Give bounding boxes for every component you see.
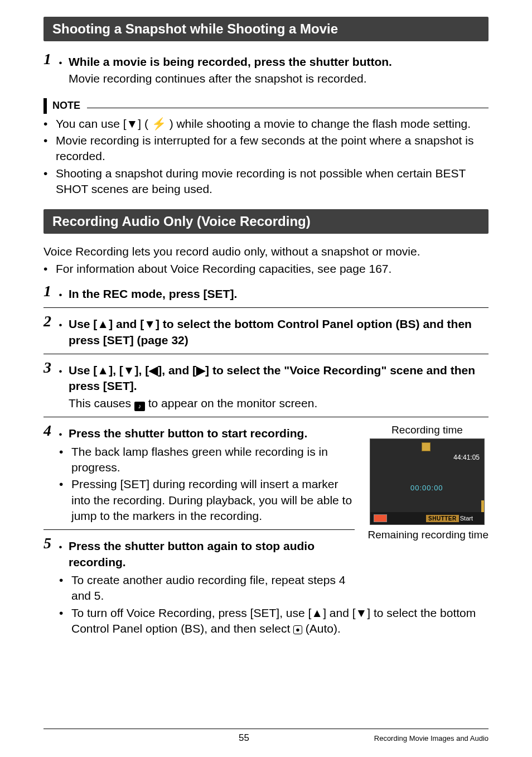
bullet-dot: •: [43, 261, 51, 277]
s3-sub-post: to appear on the monitor screen.: [145, 397, 317, 409]
s4-bullet-1: • The back lamp flashes green while reco…: [59, 444, 355, 476]
shutter-label: SHUTTER: [426, 515, 459, 522]
s3-m2: ], [: [135, 364, 149, 377]
s3-pre: Use [: [69, 364, 97, 377]
step-dot: .: [59, 360, 63, 375]
step-divider: [43, 529, 355, 530]
elapsed-time-value: 00:00:00: [410, 484, 443, 492]
step2-2: 2 . Use [▲] and [▼] to select the bottom…: [43, 314, 489, 348]
flash-icon: ⚡: [152, 117, 166, 130]
bullet-dot: •: [43, 116, 51, 132]
section-header-voice: Recording Audio Only (Voice Recording): [43, 209, 489, 234]
s5-bullet-2: • To turn off Voice Recording, press [SE…: [59, 605, 489, 637]
step-number: 3: [43, 360, 56, 375]
bullet-dot: •: [59, 444, 67, 476]
s5-text: Press the shutter button again to stop a…: [69, 536, 355, 570]
step2-5: 5 . Press the shutter button again to st…: [43, 536, 355, 570]
s4-b1-text: The back lamp flashes green while record…: [71, 444, 355, 476]
note-item-2: • Movie recording is interrupted for a f…: [43, 133, 489, 165]
step-dot: .: [59, 314, 63, 329]
start-label: Start: [460, 515, 473, 522]
remaining-time-value: 44:41:05: [453, 454, 480, 461]
step-dot: .: [59, 423, 63, 438]
step-number: 4: [43, 423, 56, 438]
step2-4: 4 . Press the shutter button to start re…: [43, 423, 355, 441]
s3-m1: ], [: [109, 364, 123, 377]
note-bar: [43, 98, 47, 114]
down-triangle-icon: ▼: [127, 117, 138, 130]
s5-b2-post: (Auto).: [302, 622, 341, 635]
camera-screenshot: 44:41:05 00:00:00 SHUTTER Start: [370, 438, 485, 525]
camera-auto-icon: ●: [293, 625, 302, 634]
step-divider: [43, 417, 489, 417]
up-triangle-icon: ▲: [311, 606, 323, 619]
step-number: 1: [43, 283, 56, 299]
bullet-dot: •: [59, 572, 67, 604]
note-header: NOTE: [43, 98, 489, 114]
note2-text: Movie recording is interrupted for a few…: [56, 133, 489, 165]
step-divider: [43, 307, 489, 308]
step2-3: 3 . Use [▲], [▼], [◀], and [▶] to select…: [43, 360, 489, 411]
section-header-snapshot: Shooting a Snapshot while Shooting a Mov…: [43, 17, 489, 41]
down-triangle-icon: ▼: [123, 364, 135, 377]
bs-mode-icon: [422, 442, 431, 451]
remaining-recording-time-label: Remaining recording time: [366, 528, 489, 542]
s2-pre: Use [: [69, 317, 97, 330]
note-label: NOTE: [52, 100, 80, 112]
step2-1-text: In the REC mode, press [SET].: [69, 283, 237, 302]
step-number: 2: [43, 314, 56, 329]
step-dot: .: [59, 51, 63, 67]
bullet-dot: •: [59, 476, 67, 524]
page-number: 55: [239, 732, 249, 744]
step-number: 5: [43, 536, 56, 551]
bullet-dot: •: [59, 605, 67, 637]
note-item-1: • You can use [▼] ( ⚡ ) while shooting a…: [43, 116, 489, 132]
step-1-bold: While a movie is being recorded, press t…: [69, 51, 392, 70]
step-dot: .: [59, 283, 63, 299]
s5-b2-m1: ] and [: [323, 606, 355, 619]
step-1-section1: 1 . While a movie is being recorded, pre…: [43, 51, 489, 87]
s2-m1: ] and [: [109, 317, 144, 330]
bottom-bar: SHUTTER Start: [370, 512, 484, 524]
step-number: 1: [43, 51, 56, 67]
footer-line: [43, 729, 489, 729]
s5-b2-pre: To turn off Voice Recording, press [SET]…: [71, 606, 311, 619]
right-triangle-icon: ▶: [196, 364, 205, 377]
mic-icon: ♪: [134, 402, 145, 411]
s3-m3: ], and [: [158, 364, 196, 377]
up-triangle-icon: ▲: [97, 364, 109, 377]
step2-1: 1 . In the REC mode, press [SET].: [43, 283, 489, 302]
s3-sub-pre: This causes: [69, 397, 134, 409]
note3-text: Shooting a snapshot during movie recordi…: [56, 166, 489, 197]
s4-text: Press the shutter button to start record…: [69, 423, 307, 441]
note1-mid: ] (: [138, 117, 152, 130]
note1-post: ) while shooting a movie to change the f…: [166, 117, 471, 130]
s4-b2-text: Pressing [SET] during recording will ins…: [71, 476, 355, 524]
note-item-3: • Shooting a snapshot during movie recor…: [43, 166, 489, 197]
note-line: [87, 108, 489, 108]
page-footer: 55 Recording Movie Images and Audio: [43, 729, 489, 744]
s4-bullet-2: • Pressing [SET] during recording will i…: [59, 476, 355, 524]
down-triangle-icon: ▼: [356, 606, 367, 619]
note1-pre: You can use [: [56, 117, 127, 130]
footer-section-text: Recording Movie Images and Audio: [374, 734, 489, 742]
up-triangle-icon: ▲: [97, 317, 109, 330]
recording-time-label: Recording time: [366, 424, 489, 436]
step-dot: .: [59, 536, 63, 551]
s5-b1-text: To create another audio recording file, …: [71, 572, 355, 604]
step-1-normal: Movie recording continues after the snap…: [69, 70, 392, 86]
intro-bullet: • For information about Voice Recording …: [43, 261, 489, 277]
battery-icon: [374, 514, 387, 522]
intro-text-1: Voice Recording lets you record audio on…: [43, 244, 489, 259]
bullet-dot: •: [43, 166, 51, 197]
s5-bullet-1: • To create another audio recording file…: [59, 572, 355, 604]
left-triangle-icon: ◀: [149, 364, 158, 377]
step-divider: [43, 354, 489, 354]
intro-text-2: For information about Voice Recording ca…: [56, 261, 391, 277]
down-triangle-icon: ▼: [144, 317, 156, 330]
bullet-dot: •: [43, 133, 51, 165]
